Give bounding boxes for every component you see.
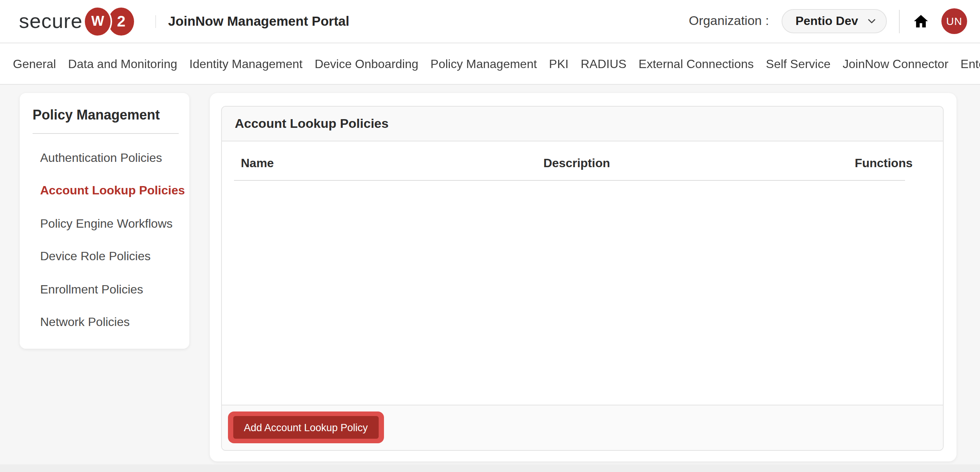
organization-selected-value: Pentio Dev [795,14,858,28]
sidebar-item-network-policies[interactable]: Network Policies [20,306,189,339]
add-policy-button-focus-ring: Add Account Lookup Policy [228,412,383,443]
main-panel: Account Lookup Policies Name Description… [210,93,956,461]
card-footer: Add Account Lookup Policy [222,405,943,450]
column-header-description: Description [543,157,610,170]
nav-item-general[interactable]: General [13,57,56,71]
column-header-functions: Functions [855,157,913,170]
sidebar-rule [33,133,179,134]
sidebar-item-device-role-policies[interactable]: Device Role Policies [20,240,189,273]
table-empty-body [222,181,943,405]
sidebar-item-policy-engine-workflows[interactable]: Policy Engine Workflows [20,207,189,240]
nav-item-enterprise-client[interactable]: Enterprise Client [961,57,980,71]
top-header: secure W 2 JoinNow Management Portal Org… [0,0,980,43]
column-header-name: Name [241,157,274,170]
home-icon[interactable] [912,12,930,30]
organization-select[interactable]: Pentio Dev [782,9,887,33]
header-divider [155,15,156,28]
header-vertical-divider [899,10,900,33]
nav-item-external-connections[interactable]: External Connections [638,57,754,71]
page: secure W 2 JoinNow Management Portal Org… [0,0,980,472]
nav-item-pki[interactable]: PKI [549,57,569,71]
nav-item-policy-management[interactable]: Policy Management [431,57,537,71]
card-title: Account Lookup Policies [235,116,388,131]
nav-item-device-onboarding[interactable]: Device Onboarding [315,57,418,71]
chevron-down-icon [867,17,876,26]
sidebar-item-authentication-policies[interactable]: Authentication Policies [20,141,189,174]
portal-title: JoinNow Management Portal [168,13,349,29]
table-header-row: Name Description Functions [222,141,943,180]
sidebar-item-account-lookup-policies[interactable]: Account Lookup Policies [20,174,189,207]
logo-secure-text: secure [19,11,83,32]
header-right: Organization : Pentio Dev UN [689,8,967,34]
organization-label: Organization : [689,14,769,29]
sidebar-list: Authentication Policies Account Lookup P… [20,141,189,339]
logo-w-circle: W [83,6,112,37]
account-lookup-policies-card: Account Lookup Policies Name Description… [221,106,943,451]
nav-item-data-and-monitoring[interactable]: Data and Monitoring [68,57,177,71]
card-body: Name Description Functions [222,141,943,405]
primary-nav: General Data and Monitoring Identity Man… [0,44,980,85]
card-header: Account Lookup Policies [222,107,943,141]
logo-mark: W 2 [85,7,134,35]
nav-item-joinnow-connector[interactable]: JoinNow Connector [843,57,948,71]
avatar[interactable]: UN [941,8,967,34]
add-account-lookup-policy-button[interactable]: Add Account Lookup Policy [233,416,378,439]
logo-2-circle: 2 [108,7,134,35]
sidebar-title: Policy Management [33,108,189,123]
bottom-strip [0,464,980,472]
sidebar: Policy Management Authentication Policie… [20,93,189,349]
securew2-logo: secure W 2 [19,7,134,35]
nav-item-self-service[interactable]: Self Service [766,57,831,71]
nav-item-identity-management[interactable]: Identity Management [189,57,302,71]
nav-item-radius[interactable]: RADIUS [581,57,626,71]
sidebar-item-enrollment-policies[interactable]: Enrollment Policies [20,273,189,306]
